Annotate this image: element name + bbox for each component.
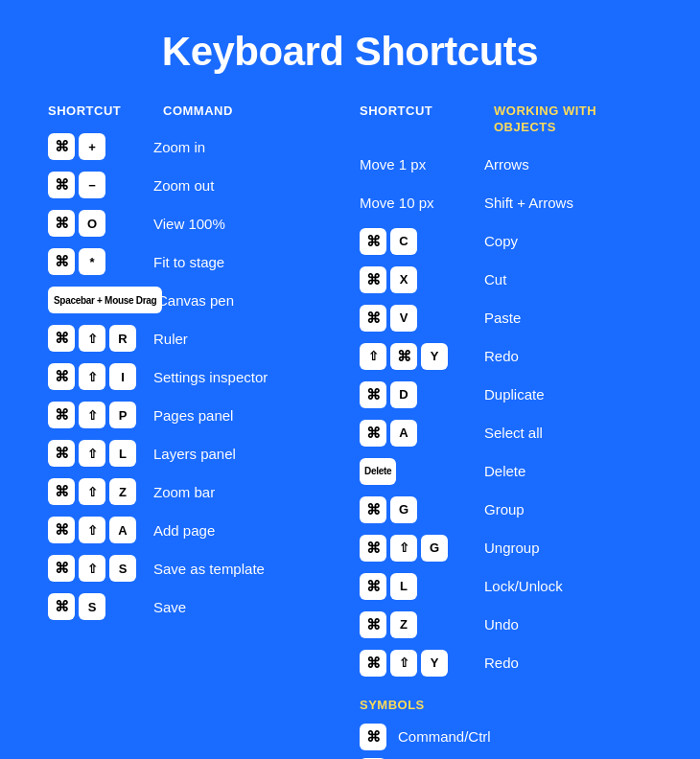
- cmd-key: ⌘: [360, 305, 386, 332]
- symbols-header: SYMBOLS: [360, 698, 652, 712]
- a-key: A: [390, 420, 417, 447]
- delete-key: Delete: [360, 458, 396, 485]
- star-key: *: [79, 248, 105, 275]
- cmd-key: ⌘: [48, 555, 75, 582]
- left-col-header: SHORTCUT COMMAND: [48, 104, 331, 118]
- y-key: Y: [421, 343, 448, 370]
- row-add-page: ⌘ ⇧ A Add page: [48, 515, 331, 545]
- cmd-key: ⌘: [360, 420, 386, 447]
- label-save: Save: [153, 599, 186, 615]
- label-lock: Lock/Unlock: [484, 578, 563, 594]
- cmd-key: ⌘: [48, 440, 75, 467]
- cmd-key: ⌘: [48, 325, 75, 352]
- row-copy: ⌘ C Copy: [360, 226, 652, 257]
- shortcut-view100: ⌘ O: [48, 210, 144, 237]
- cmd-key: ⌘: [48, 363, 75, 390]
- right-shortcut-header: SHORTCUT: [360, 104, 475, 136]
- label-redo-2: Redo: [484, 655, 519, 671]
- row-select-all: ⌘ A Select all: [360, 418, 652, 448]
- r-key: R: [109, 325, 136, 352]
- shortcut-pages-panel: ⌘ ⇧ P: [48, 402, 144, 428]
- row-lock: ⌘ L Lock/Unlock: [360, 571, 652, 602]
- cmd-key: ⌘: [48, 133, 75, 160]
- page: Keyboard Shortcuts SHORTCUT COMMAND ⌘ + …: [0, 0, 700, 759]
- cmd-key: ⌘: [360, 611, 386, 638]
- label-ungroup: Ungroup: [484, 540, 540, 556]
- shortcut-zoom-out: ⌘ −: [48, 172, 144, 198]
- shortcut-save-template: ⌘ ⇧ S: [48, 555, 144, 582]
- row-view100: ⌘ O View 100%: [48, 208, 331, 239]
- symbol-cmd-label: Command/Ctrl: [398, 728, 491, 745]
- cmd-key: ⌘: [360, 650, 386, 677]
- s-key: S: [109, 555, 136, 582]
- label-view100: View 100%: [153, 216, 225, 232]
- x-key: X: [390, 266, 417, 293]
- row-zoom-in: ⌘ + Zoom in: [48, 131, 331, 162]
- cmd-key: ⌘: [390, 343, 417, 370]
- shortcut-fit-stage: ⌘ *: [48, 248, 144, 275]
- row-delete: Delete Delete: [360, 456, 652, 487]
- shortcut-redo-1: ⇧ ⌘ Y: [360, 343, 475, 370]
- y-key: Y: [421, 650, 448, 677]
- o-key: O: [79, 210, 105, 237]
- label-copy: Copy: [484, 233, 518, 249]
- left-command-header: COMMAND: [163, 104, 233, 118]
- g-key: G: [390, 496, 417, 523]
- spacebar-drag-key: Spacebar + Mouse Drag: [48, 287, 162, 313]
- row-save-template: ⌘ ⇧ S Save as template: [48, 553, 331, 584]
- label-ruler: Ruler: [153, 331, 188, 347]
- cmd-key: ⌘: [48, 593, 75, 620]
- cmd-key: ⌘: [360, 573, 386, 600]
- label-select-all: Select all: [484, 425, 543, 441]
- shift-key: ⇧: [79, 517, 105, 543]
- shortcut-add-page: ⌘ ⇧ A: [48, 517, 144, 543]
- label-delete: Delete: [484, 463, 525, 479]
- row-save: ⌘ S Save: [48, 591, 331, 622]
- row-pages-panel: ⌘ ⇧ P Pages panel: [48, 400, 331, 430]
- label-undo: Undo: [484, 616, 519, 632]
- shortcut-redo-2: ⌘ ⇧ Y: [360, 650, 475, 677]
- left-column: SHORTCUT COMMAND ⌘ + Zoom in ⌘ − Zoom ou…: [48, 104, 350, 759]
- label-move10px: Shift + Arrows: [484, 195, 573, 211]
- shortcut-move1px: Move 1 px: [360, 156, 475, 172]
- label-zoom-in: Zoom in: [153, 139, 205, 155]
- page-title: Keyboard Shortcuts: [48, 29, 652, 75]
- row-ruler: ⌘ ⇧ R Ruler: [48, 323, 331, 354]
- label-layers-panel: Layers panel: [153, 446, 236, 462]
- row-duplicate: ⌘ D Duplicate: [360, 380, 652, 410]
- shift-key: ⇧: [390, 650, 417, 677]
- row-group: ⌘ G Group: [360, 494, 652, 525]
- d-key: D: [390, 381, 417, 408]
- cmd-key: ⌘: [48, 478, 75, 505]
- cmd-key: ⌘: [360, 266, 386, 293]
- row-zoom-out: ⌘ − Zoom out: [48, 170, 331, 200]
- row-move1px: Move 1 px Arrows: [360, 150, 652, 180]
- a-key: A: [109, 517, 136, 543]
- plus-key: +: [79, 133, 105, 160]
- row-redo-2: ⌘ ⇧ Y Redo: [360, 648, 652, 678]
- move1px-key: Move 1 px: [360, 156, 426, 172]
- right-col-header: SHORTCUT WORKING WITHOBJECTS: [360, 104, 652, 136]
- l-key: L: [109, 440, 136, 467]
- right-working-header: WORKING WITHOBJECTS: [494, 104, 596, 136]
- row-cut: ⌘ X Cut: [360, 264, 652, 295]
- c-key: C: [390, 228, 417, 255]
- shortcut-ungroup: ⌘ ⇧ G: [360, 535, 475, 562]
- shift-key: ⇧: [79, 555, 105, 582]
- label-pages-panel: Pages panel: [153, 407, 233, 424]
- right-column: SHORTCUT WORKING WITHOBJECTS Move 1 px A…: [350, 104, 652, 759]
- p-key: P: [109, 402, 136, 428]
- label-canvas-pen: Canvas pen: [157, 292, 234, 309]
- label-save-template: Save as template: [153, 561, 265, 577]
- row-settings-inspector: ⌘ ⇧ I Settings inspector: [48, 361, 331, 392]
- label-move1px: Arrows: [484, 156, 529, 172]
- row-canvas-pen: Spacebar + Mouse Drag Canvas pen: [48, 285, 331, 315]
- shift-key: ⇧: [79, 402, 105, 428]
- label-cut: Cut: [484, 271, 506, 288]
- label-paste: Paste: [484, 310, 521, 326]
- label-add-page: Add page: [153, 522, 215, 539]
- label-redo-1: Redo: [484, 348, 519, 364]
- cmd-key: ⌘: [360, 535, 386, 562]
- cmd-symbol-key: ⌘: [360, 724, 386, 750]
- shift-key: ⇧: [360, 343, 386, 370]
